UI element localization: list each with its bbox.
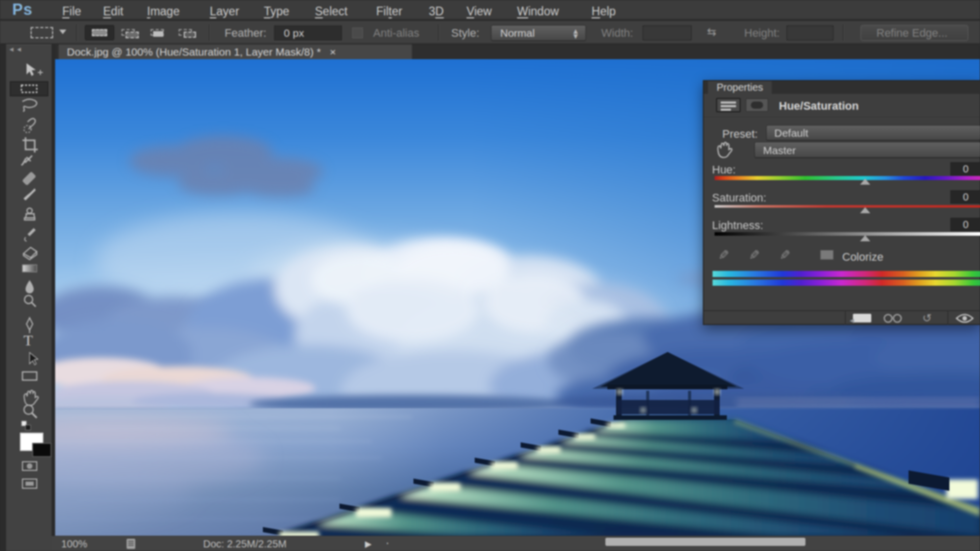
- svg-text:T: T: [23, 332, 33, 348]
